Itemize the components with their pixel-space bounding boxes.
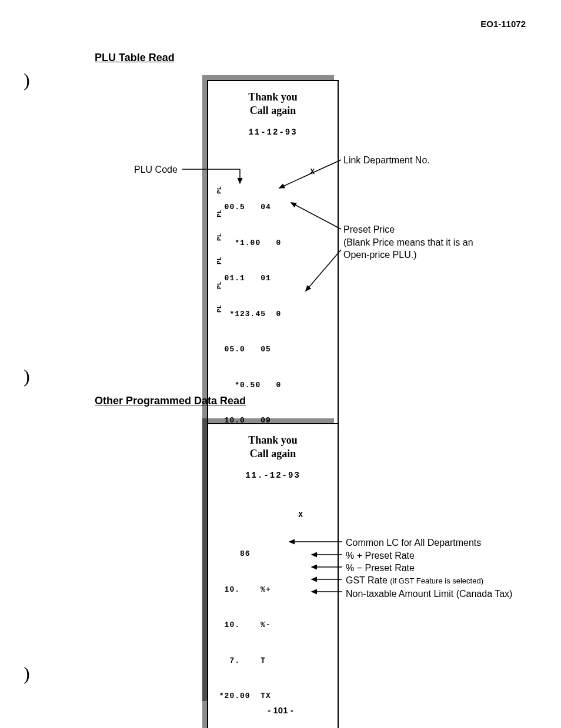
label-plu-code: PLU Code [134,163,178,176]
receipt-other: Thank you Call again 11.-12-93 X 86 10. … [207,423,339,728]
r2-row: 7. T [214,655,332,667]
receipt-line2: Call again [214,104,332,118]
label-pct-minus: % − Preset Rate [346,562,415,575]
preset-price-line2: (Blank Price means that it is an [343,236,473,249]
receipt-header: Thank you Call again [214,434,332,461]
pl-label: PL [216,233,223,241]
heading-plu-table-read: PLU Table Read [95,52,175,64]
pl-label: PL [216,281,223,289]
binding-mark: ) [24,663,30,685]
label-link-dept: Link Department No. [343,154,430,167]
pl-label: PL [216,210,223,217]
gst-b: (if GST Feature is selected) [390,576,483,585]
r2-row: 10. %+ [214,584,332,596]
pl-label: PL [216,257,223,264]
r1-row: *0.50 0 [214,380,332,391]
receipt-line1: Thank you [214,434,332,447]
receipt-date: 11.-12-93 [214,471,332,480]
r2-row: *20.00 TX [214,690,332,702]
receipt-date: 11-12-93 [214,128,332,137]
label-common-lc: Common LC for All Departments [346,536,481,549]
label-nontax: Non-taxable Amount Limit (Canada Tax) [346,588,512,600]
pl-label: PL [216,186,223,194]
gst-a: GST Rate [346,575,390,585]
r2-row: 10. %- [214,619,332,631]
receipt-mode: X [214,509,332,521]
receipt-body: X 86 10. %+ 10. %- 7. T *20.00 TX 010.3 … [214,486,332,728]
receipt-line2: Call again [214,447,332,461]
r1-row: 01.1 01 [214,273,332,284]
preset-price-line3: Open-price PLU.) [343,249,473,261]
binding-mark: ) [24,365,30,387]
r1-row: *1.00 0 [214,237,332,249]
r2-row: 86 [214,548,332,560]
page-number: - 101 - [0,705,561,715]
r1-row: 00.5 04 [214,202,332,213]
binding-mark: ) [24,69,30,91]
receipt-mode: X [214,166,332,178]
r1-row: *123.45 0 [214,308,332,320]
r1-row: 05.0 05 [214,344,332,355]
label-pct-plus: % + Preset Rate [346,549,415,562]
receipt-line1: Thank you [214,90,332,104]
r2-row: 010.3 [214,726,332,728]
preset-price-line1: Preset Price [343,223,473,236]
receipt-header: Thank you Call again [214,90,332,118]
label-gst: GST Rate (if GST Feature is selected) [346,574,483,587]
pl-label: PL [216,305,223,313]
heading-other-programmed: Other Programmed Data Read [95,395,246,407]
doc-id: EO1-11072 [480,19,526,29]
label-preset-price: Preset Price (Blank Price means that it … [343,223,473,261]
